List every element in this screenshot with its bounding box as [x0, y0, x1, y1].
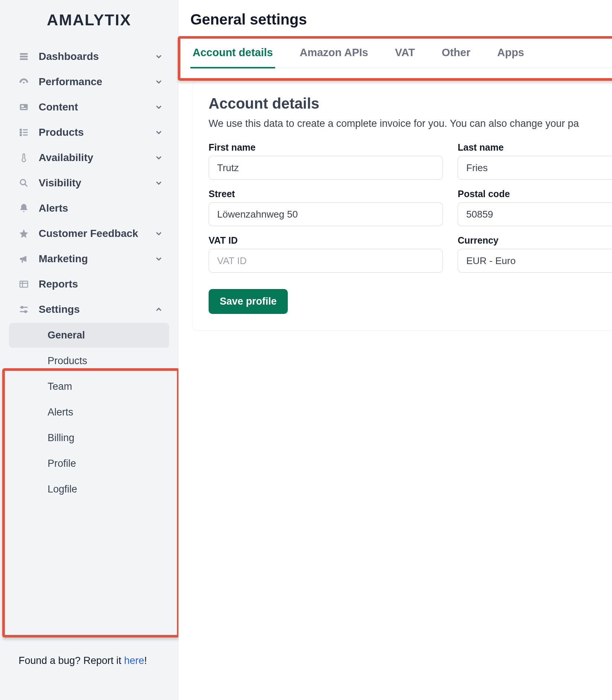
- sidebar-item-label: Products: [39, 126, 84, 138]
- chevron-down-icon: [154, 77, 163, 86]
- list-icon: [18, 126, 30, 138]
- sidebar-sub-label: Profile: [48, 458, 76, 469]
- sidebar-sub-label: Products: [48, 355, 87, 366]
- sidebar-sub-profile[interactable]: Profile: [9, 451, 169, 476]
- currency-label: Currency: [458, 235, 612, 246]
- dashboard-icon: [18, 51, 30, 62]
- sidebar-item-label: Dashboards: [39, 51, 99, 62]
- content-icon: [18, 101, 30, 113]
- settings-tabs: Account details Amazon APIs VAT Other Ap…: [190, 41, 612, 68]
- svg-point-7: [20, 129, 22, 131]
- sidebar-sub-label: Billing: [48, 432, 74, 443]
- sidebar-item-label: Settings: [39, 304, 80, 315]
- search-icon: [18, 177, 30, 189]
- svg-line-14: [25, 184, 27, 186]
- sidebar-item-products[interactable]: Products: [0, 120, 178, 145]
- tab-apps[interactable]: Apps: [495, 41, 526, 68]
- sidebar-sub-products[interactable]: Products: [9, 349, 169, 373]
- sidebar-item-content[interactable]: Content: [0, 94, 178, 120]
- sidebar-item-visibility[interactable]: Visibility: [0, 170, 178, 196]
- sidebar-sub-label: Team: [48, 381, 72, 392]
- sidebar-sub-label: Alerts: [48, 407, 73, 418]
- postal-code-input[interactable]: [458, 202, 612, 226]
- chevron-down-icon: [154, 103, 163, 112]
- bug-report-link[interactable]: here: [124, 655, 144, 666]
- sidebar-item-settings[interactable]: Settings: [0, 297, 178, 322]
- account-details-card: Account details We use this data to crea…: [193, 81, 612, 331]
- first-name-input[interactable]: [209, 156, 443, 180]
- field-street: Street: [209, 189, 443, 226]
- field-postal-code: Postal code: [458, 189, 612, 226]
- field-vat-id: VAT ID: [209, 235, 443, 273]
- card-description: We use this data to create a complete in…: [209, 118, 612, 129]
- sidebar-item-reports[interactable]: Reports: [0, 272, 178, 297]
- table-icon: [18, 278, 30, 290]
- sidebar-item-availability[interactable]: Availability: [0, 145, 178, 170]
- svg-rect-2: [20, 58, 28, 60]
- svg-point-3: [23, 82, 25, 84]
- sliders-icon: [18, 304, 30, 315]
- settings-submenu: General Products Team Alerts Billing Pro…: [0, 323, 178, 502]
- sidebar-item-marketing[interactable]: Marketing: [0, 246, 178, 272]
- sidebar-sub-alerts[interactable]: Alerts: [9, 400, 169, 425]
- chevron-up-icon: [154, 305, 163, 314]
- svg-point-19: [21, 306, 23, 308]
- sidebar-sub-billing[interactable]: Billing: [9, 426, 169, 450]
- bell-icon: [18, 202, 30, 214]
- sidebar: AMALYTIX Dashboards Performance: [0, 0, 178, 700]
- last-name-input[interactable]: [458, 156, 612, 180]
- svg-point-11: [20, 134, 22, 136]
- field-currency: Currency EUR - Euro: [458, 235, 612, 273]
- vat-id-label: VAT ID: [209, 235, 443, 246]
- sidebar-item-dashboards[interactable]: Dashboards: [0, 44, 178, 69]
- tab-amazon-apis[interactable]: Amazon APIs: [297, 41, 370, 68]
- chevron-down-icon: [154, 52, 163, 61]
- tab-vat[interactable]: VAT: [393, 41, 417, 68]
- svg-rect-1: [20, 56, 28, 58]
- chevron-down-icon: [154, 229, 163, 238]
- main-content: General settings Account details Amazon …: [178, 0, 612, 700]
- star-icon: [18, 228, 30, 240]
- thermometer-icon: [18, 152, 30, 164]
- sidebar-item-performance[interactable]: Performance: [0, 69, 178, 94]
- sidebar-sub-label: Logfile: [48, 484, 77, 495]
- sidebar-item-alerts[interactable]: Alerts: [0, 196, 178, 221]
- page-title: General settings: [190, 11, 612, 28]
- sidebar-sub-general[interactable]: General: [9, 323, 169, 348]
- street-label: Street: [209, 189, 443, 199]
- sidebar-item-label: Visibility: [39, 177, 81, 189]
- first-name-label: First name: [209, 142, 443, 153]
- sidebar-item-label: Content: [39, 101, 78, 113]
- chevron-down-icon: [154, 254, 163, 263]
- sidebar-sub-label: General: [48, 330, 85, 341]
- sidebar-sub-logfile[interactable]: Logfile: [9, 477, 169, 502]
- currency-select[interactable]: EUR - Euro: [458, 249, 612, 273]
- sidebar-item-customer-feedback[interactable]: Customer Feedback: [0, 221, 178, 246]
- chevron-down-icon: [154, 153, 163, 162]
- chevron-down-icon: [154, 128, 163, 137]
- svg-point-21: [25, 311, 26, 313]
- vat-id-input[interactable]: [209, 249, 443, 273]
- card-title: Account details: [209, 95, 612, 112]
- sidebar-item-label: Availability: [39, 152, 93, 164]
- sidebar-item-label: Performance: [39, 76, 102, 88]
- field-first-name: First name: [209, 142, 443, 180]
- last-name-label: Last name: [458, 142, 612, 153]
- svg-rect-6: [21, 108, 26, 109]
- svg-rect-15: [20, 281, 28, 287]
- bug-prefix: Found a bug? Report it: [19, 655, 124, 666]
- sidebar-sub-team[interactable]: Team: [9, 374, 169, 399]
- gauge-icon: [18, 76, 30, 88]
- field-last-name: Last name: [458, 142, 612, 180]
- street-input[interactable]: [209, 202, 443, 226]
- currency-value: EUR - Euro: [466, 255, 516, 267]
- tab-account-details[interactable]: Account details: [190, 41, 275, 68]
- form-grid: First name Last name Street Postal code …: [209, 142, 612, 273]
- megaphone-icon: [18, 253, 30, 265]
- save-profile-button[interactable]: Save profile: [209, 289, 288, 314]
- svg-point-9: [20, 132, 22, 133]
- svg-point-13: [20, 180, 26, 185]
- tab-other[interactable]: Other: [439, 41, 473, 68]
- bug-report-line: Found a bug? Report it here!: [0, 640, 178, 700]
- sidebar-item-label: Reports: [39, 278, 78, 290]
